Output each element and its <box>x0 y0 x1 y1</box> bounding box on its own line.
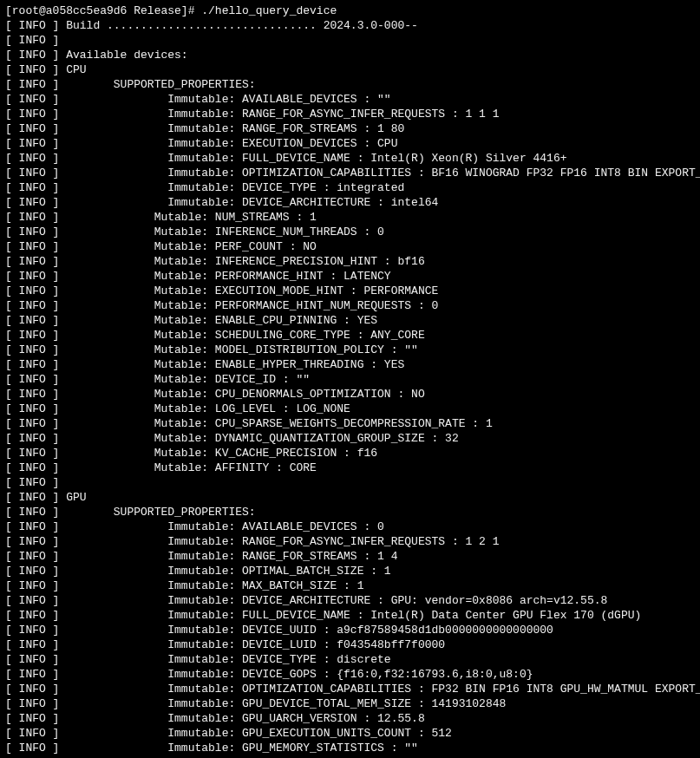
terminal-output[interactable]: [root@a058cc5ea9d6 Release]# ./hello_que… <box>0 0 700 758</box>
cpu-mutable-6: [ INFO ] Mutable: PERFORMANCE_HINT_NUM_R… <box>5 298 695 313</box>
gpu-immutable-13: [ INFO ] Immutable: GPU_UARCH_VERSION : … <box>5 711 695 726</box>
cpu-mutable-8: [ INFO ] Mutable: SCHEDULING_CORE_TYPE :… <box>5 328 695 343</box>
gpu-immutable-7: [ INFO ] Immutable: DEVICE_UUID : a9cf87… <box>5 623 695 637</box>
gpu-immutable-11: [ INFO ] Immutable: OPTIMIZATION_CAPABIL… <box>5 682 695 696</box>
cpu-mutable-12: [ INFO ] Mutable: CPU_DENORMALS_OPTIMIZA… <box>5 387 695 402</box>
gpu-immutable-15: [ INFO ] Immutable: GPU_MEMORY_STATISTIC… <box>5 741 695 755</box>
cpu-supported-header: [ INFO ] SUPPORTED_PROPERTIES: <box>5 77 695 92</box>
cpu-mutable-7: [ INFO ] Mutable: ENABLE_CPU_PINNING : Y… <box>5 313 695 328</box>
cpu-name: [ INFO ] CPU <box>5 62 695 77</box>
cpu-mutable-5: [ INFO ] Mutable: EXECUTION_MODE_HINT : … <box>5 284 695 298</box>
cpu-immutable-1: [ INFO ] Immutable: RANGE_FOR_ASYNC_INFE… <box>5 107 695 121</box>
cpu-mutable-15: [ INFO ] Mutable: DYNAMIC_QUANTIZATION_G… <box>5 431 695 446</box>
cpu-immutable-2: [ INFO ] Immutable: RANGE_FOR_STREAMS : … <box>5 121 695 136</box>
cpu-immutable-7: [ INFO ] Immutable: DEVICE_ARCHITECTURE … <box>5 195 695 210</box>
gpu-immutable-6: [ INFO ] Immutable: FULL_DEVICE_NAME : I… <box>5 608 695 623</box>
gpu-immutable-2: [ INFO ] Immutable: RANGE_FOR_STREAMS : … <box>5 549 695 564</box>
cpu-immutable-3: [ INFO ] Immutable: EXECUTION_DEVICES : … <box>5 136 695 151</box>
cpu-mutable-16: [ INFO ] Mutable: KV_CACHE_PRECISION : f… <box>5 446 695 461</box>
cpu-mutable-4: [ INFO ] Mutable: PERFORMANCE_HINT : LAT… <box>5 269 695 284</box>
info-blank2: [ INFO ] <box>5 475 695 490</box>
cpu-mutable-10: [ INFO ] Mutable: ENABLE_HYPER_THREADING… <box>5 357 695 372</box>
cpu-mutable-13: [ INFO ] Mutable: LOG_LEVEL : LOG_NONE <box>5 402 695 416</box>
gpu-immutable-3: [ INFO ] Immutable: OPTIMAL_BATCH_SIZE :… <box>5 564 695 578</box>
gpu-name: [ INFO ] GPU <box>5 490 695 505</box>
cpu-mutable-1: [ INFO ] Mutable: INFERENCE_NUM_THREADS … <box>5 225 695 239</box>
cpu-mutable-9: [ INFO ] Mutable: MODEL_DISTRIBUTION_POL… <box>5 343 695 357</box>
gpu-immutable-12: [ INFO ] Immutable: GPU_DEVICE_TOTAL_MEM… <box>5 696 695 711</box>
cpu-immutable-0: [ INFO ] Immutable: AVAILABLE_DEVICES : … <box>5 92 695 107</box>
gpu-immutable-4: [ INFO ] Immutable: MAX_BATCH_SIZE : 1 <box>5 578 695 593</box>
build-line: [ INFO ] Build .........................… <box>5 18 695 33</box>
gpu-immutable-8: [ INFO ] Immutable: DEVICE_LUID : f04354… <box>5 637 695 652</box>
gpu-immutable-5: [ INFO ] Immutable: DEVICE_ARCHITECTURE … <box>5 593 695 608</box>
gpu-immutable-1: [ INFO ] Immutable: RANGE_FOR_ASYNC_INFE… <box>5 534 695 549</box>
gpu-immutable-0: [ INFO ] Immutable: AVAILABLE_DEVICES : … <box>5 519 695 534</box>
cpu-mutable-3: [ INFO ] Mutable: INFERENCE_PRECISION_HI… <box>5 254 695 269</box>
cpu-mutable-11: [ INFO ] Mutable: DEVICE_ID : "" <box>5 372 695 387</box>
cpu-mutable-0: [ INFO ] Mutable: NUM_STREAMS : 1 <box>5 210 695 225</box>
info-blank: [ INFO ] <box>5 33 695 48</box>
gpu-immutable-9: [ INFO ] Immutable: DEVICE_TYPE : discre… <box>5 652 695 667</box>
cpu-immutable-5: [ INFO ] Immutable: OPTIMIZATION_CAPABIL… <box>5 166 695 180</box>
available-devices-header: [ INFO ] Available devices: <box>5 48 695 62</box>
gpu-immutable-10: [ INFO ] Immutable: DEVICE_GOPS : {f16:0… <box>5 667 695 682</box>
cpu-immutable-6: [ INFO ] Immutable: DEVICE_TYPE : integr… <box>5 180 695 195</box>
cpu-mutable-17: [ INFO ] Mutable: AFFINITY : CORE <box>5 461 695 475</box>
gpu-immutable-14: [ INFO ] Immutable: GPU_EXECUTION_UNITS_… <box>5 726 695 741</box>
gpu-supported-header: [ INFO ] SUPPORTED_PROPERTIES: <box>5 505 695 519</box>
cpu-mutable-14: [ INFO ] Mutable: CPU_SPARSE_WEIGHTS_DEC… <box>5 416 695 431</box>
cpu-immutable-4: [ INFO ] Immutable: FULL_DEVICE_NAME : I… <box>5 151 695 166</box>
prompt-line: [root@a058cc5ea9d6 Release]# ./hello_que… <box>5 3 695 18</box>
cpu-mutable-2: [ INFO ] Mutable: PERF_COUNT : NO <box>5 239 695 254</box>
